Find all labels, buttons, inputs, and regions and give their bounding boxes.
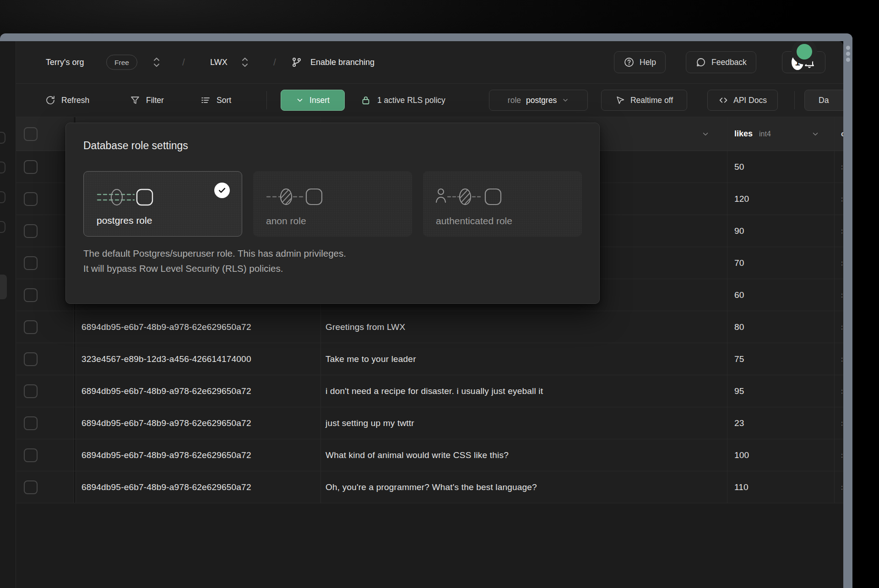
cell-message[interactable]: i don't need a recipe for disaster. i us…	[320, 375, 727, 407]
role-card-anon[interactable]: anon role	[253, 171, 412, 237]
cell-overflow: :	[834, 183, 843, 215]
rail-nav-icon[interactable]	[0, 132, 5, 144]
org-switcher-icon[interactable]	[152, 56, 161, 68]
enable-branching-button[interactable]: Enable branching	[310, 58, 374, 67]
cell-message[interactable]: What kind of animal would write CSS like…	[320, 439, 727, 471]
cell-overflow: :	[834, 311, 843, 343]
cell-id[interactable]: 6894db95-e6b7-48b9-a978-62e629650a72	[76, 439, 320, 471]
cell-likes[interactable]: 23	[727, 407, 834, 439]
rail-nav-icon[interactable]	[0, 221, 5, 233]
column-menu-chevron-icon[interactable]	[811, 130, 819, 138]
row-checkbox-cell	[16, 183, 73, 215]
rail-nav-icon[interactable]	[0, 191, 5, 203]
chevron-down-icon	[296, 96, 304, 104]
sort-list-icon	[200, 95, 211, 106]
role-card-label: anon role	[266, 216, 306, 227]
role-selector-button[interactable]: role postgres	[489, 90, 588, 111]
role-card-postgres[interactable]: postgres role	[83, 171, 242, 237]
sort-button[interactable]: Sort	[200, 95, 231, 106]
row-checkbox[interactable]	[24, 448, 38, 462]
rls-policy-button[interactable]: 1 active RLS policy	[360, 95, 445, 106]
cell-likes[interactable]: 75	[727, 343, 834, 375]
refresh-button[interactable]: Refresh	[45, 95, 89, 106]
sidebar-expand-handle[interactable]	[0, 275, 7, 299]
data-tab-label: Da	[819, 96, 829, 105]
cell-id[interactable]: 323e4567-e89b-12d3-a456-426614174000	[76, 343, 320, 375]
sort-label: Sort	[217, 96, 231, 105]
row-checkbox-cell	[16, 215, 73, 247]
cell-message[interactable]: Take me to your leader	[320, 343, 727, 375]
refresh-icon	[45, 95, 56, 106]
toolbar-divider	[794, 91, 795, 109]
likes-column-name: likes	[734, 129, 753, 139]
clipped-column-header: c	[834, 117, 843, 151]
table-row: 6894db95-e6b7-48b9-a978-62e629650a72 Wha…	[16, 439, 843, 471]
cell-likes[interactable]: 100	[727, 439, 834, 471]
cell-likes[interactable]: 50	[727, 151, 834, 183]
row-checkbox[interactable]	[24, 416, 38, 430]
git-branch-icon	[291, 56, 303, 68]
help-button[interactable]: Help	[614, 51, 666, 73]
project-switcher-icon[interactable]	[240, 56, 250, 68]
feedback-button[interactable]: Feedback	[686, 51, 756, 73]
api-docs-button[interactable]: API Docs	[707, 90, 778, 111]
cell-likes[interactable]: 95	[727, 375, 834, 407]
row-checkbox[interactable]	[24, 224, 38, 238]
cell-id[interactable]: 6894db95-e6b7-48b9-a978-62e629650a72	[76, 407, 320, 439]
row-checkbox-cell	[16, 439, 73, 471]
cell-likes[interactable]: 110	[727, 471, 834, 503]
cell-overflow: :	[834, 215, 843, 247]
project-name[interactable]: LWX	[210, 58, 228, 67]
likes-column-header[interactable]: likes int4	[727, 117, 834, 151]
plan-badge: Free	[106, 55, 137, 70]
role-value: postgres	[526, 96, 557, 105]
cell-id[interactable]: 6894db95-e6b7-48b9-a978-62e629650a72	[76, 311, 320, 343]
data-tab-button[interactable]: Da	[804, 90, 843, 111]
cell-message[interactable]: just setting up my twttr	[320, 407, 727, 439]
table-row: 323e4567-e89b-12d3-a456-426614174000 Tak…	[16, 343, 843, 375]
row-checkbox[interactable]	[24, 192, 38, 206]
row-checkbox[interactable]	[24, 256, 38, 270]
breadcrumb-separator: /	[273, 57, 276, 68]
row-checkbox[interactable]	[24, 320, 38, 334]
row-checkbox[interactable]	[24, 160, 38, 174]
app-header: Terry's org Free / LWX / Enable branchin…	[16, 41, 843, 84]
role-card-label: postgres role	[97, 215, 152, 226]
cell-id[interactable]: 6894db95-e6b7-48b9-a978-62e629650a72	[76, 375, 320, 407]
role-card-label: authenticated role	[436, 216, 512, 227]
cell-likes[interactable]: 120	[727, 183, 834, 215]
row-checkbox[interactable]	[24, 480, 38, 494]
filter-button[interactable]: Filter	[130, 95, 164, 106]
row-checkbox-cell	[16, 279, 73, 311]
cell-message[interactable]: Oh, you're a programmer? What's the best…	[320, 471, 727, 503]
cell-id[interactable]: 6894db95-e6b7-48b9-a978-62e629650a72	[76, 471, 320, 503]
cell-likes[interactable]: 80	[727, 311, 834, 343]
select-all-checkbox[interactable]	[24, 127, 38, 141]
cell-likes[interactable]: 60	[727, 279, 834, 311]
chevron-down-icon	[562, 97, 569, 104]
org-name[interactable]: Terry's org	[46, 58, 84, 67]
row-checkbox[interactable]	[24, 384, 38, 398]
cell-message[interactable]: Greetings from LWX	[320, 311, 727, 343]
window-handle-dot	[846, 58, 850, 62]
realtime-toggle-button[interactable]: Realtime off	[601, 90, 687, 111]
role-card-authenticated[interactable]: authenticated role	[423, 171, 582, 237]
cell-overflow: :	[834, 471, 843, 503]
cell-overflow: :	[834, 343, 843, 375]
column-menu-chevron-icon[interactable]	[701, 130, 710, 138]
insert-button[interactable]: Insert	[281, 90, 345, 111]
cell-likes[interactable]: 90	[727, 215, 834, 247]
row-checkbox-cell	[16, 343, 73, 375]
avatar[interactable]	[797, 44, 812, 59]
role-settings-popover: Database role settings postgres role	[65, 123, 600, 304]
cell-overflow: :	[834, 151, 843, 183]
feedback-label: Feedback	[711, 58, 747, 67]
row-checkbox[interactable]	[24, 288, 38, 302]
toolbar-divider	[266, 91, 267, 109]
window-handle-dot	[846, 52, 850, 56]
authenticated-role-icon	[436, 184, 505, 210]
cell-likes[interactable]: 70	[727, 247, 834, 279]
rail-nav-icon[interactable]	[0, 162, 5, 173]
likes-column-type: int4	[759, 130, 771, 138]
row-checkbox[interactable]	[24, 352, 38, 366]
